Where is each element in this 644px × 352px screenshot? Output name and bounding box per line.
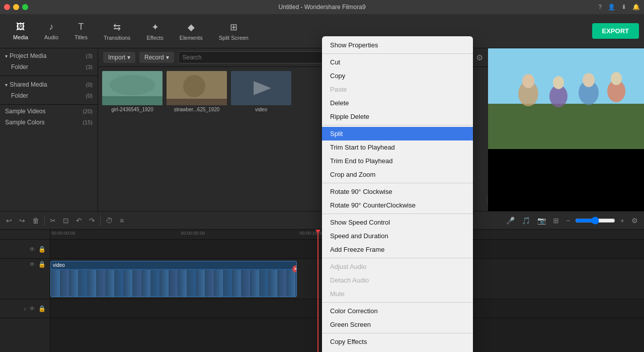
zoom-in-button[interactable]: + [618, 216, 626, 226]
nav-effects[interactable]: ✦ Effects [138, 19, 171, 44]
eye-icon-2[interactable]: 👁 [29, 261, 35, 268]
nav-audio[interactable]: ♪ Audio [36, 19, 66, 43]
shared-media-label: Shared Media [10, 81, 86, 88]
ctx-trim-end[interactable]: Trim End to Playhead [322, 154, 473, 168]
lock-icon-1[interactable]: 🔒 [38, 246, 46, 253]
ctx-cut[interactable]: Cut [322, 55, 473, 69]
maximize-button[interactable] [22, 4, 28, 10]
track-label-1: 👁 🔒 [0, 240, 50, 259]
rotate-ccw-label: Rotate 90° CounterClockwise [330, 201, 416, 209]
ctx-delete[interactable]: Delete [322, 96, 473, 110]
minimize-button[interactable] [13, 4, 19, 10]
close-button[interactable] [4, 4, 10, 10]
shared-media-row[interactable]: ▾ Shared Media (0) [0, 79, 98, 90]
user-icon[interactable]: 👤 [608, 4, 615, 11]
track-label-3: ♪ 👁 🔒 [0, 299, 50, 318]
ctx-speed-duration[interactable]: Speed and Duration [322, 229, 473, 243]
ctx-ripple-delete[interactable]: Ripple Delete [322, 110, 473, 123]
music-icon-3: ♪ [23, 305, 26, 312]
download-icon[interactable]: ⬇ [621, 4, 626, 11]
voiceover-button[interactable]: 🎤 [504, 216, 517, 226]
project-folder-row[interactable]: Folder (3) [0, 61, 98, 73]
ruler-mark-0: 00:00:00:00 [51, 231, 75, 236]
traffic-lights [4, 4, 28, 10]
sample-videos-label: Sample Videos [5, 108, 83, 115]
lock-icon-3[interactable]: 🔒 [38, 305, 46, 312]
ctx-paste-effects: Paste Effects [322, 348, 473, 352]
ctx-copy[interactable]: Copy [322, 69, 473, 83]
shared-folder-row[interactable]: Folder (0) [0, 90, 98, 101]
clip-label: video [51, 261, 296, 269]
nav-transitions[interactable]: ⇆ Transitions [96, 19, 138, 44]
ctx-trim-start[interactable]: Trim Start to Playhead [322, 140, 473, 154]
clip-delete-button[interactable]: ✕ [292, 265, 297, 272]
sample-videos-row[interactable]: Sample Videos (20) [0, 106, 98, 117]
thumbnail-video[interactable]: video [231, 71, 291, 112]
zoom-slider[interactable] [575, 217, 615, 225]
splitscreen-nav-icon: ⊞ [230, 22, 237, 33]
export-button[interactable]: EXPORT [592, 23, 639, 39]
lock-icon-2[interactable]: 🔒 [38, 261, 46, 268]
project-media-row[interactable]: ▾ Project Media (3) [0, 50, 98, 61]
eye-icon-1[interactable]: 👁 [29, 246, 35, 253]
ctx-copy-effects[interactable]: Copy Effects [322, 335, 473, 348]
svg-point-4 [183, 75, 205, 97]
nav-titles-label: Titles [74, 34, 88, 40]
music-button[interactable]: 🎵 [520, 216, 532, 226]
record-button[interactable]: Record ▾ [139, 52, 174, 63]
ctx-mute: Mute [322, 287, 473, 301]
notification-icon[interactable]: 🔔 [632, 4, 640, 11]
ctx-show-properties[interactable]: Show Properties [322, 38, 473, 52]
video-clip[interactable]: video ✕ [50, 261, 297, 297]
ctx-green-screen[interactable]: Green Screen [322, 318, 473, 331]
ctx-adjust-audio: Adjust Audio [322, 260, 473, 273]
import-button[interactable]: Import ▾ [103, 52, 135, 63]
window-title: Untitled - Wondershare Filmora9 [278, 4, 365, 11]
undo2-button[interactable]: ↶ [74, 216, 84, 226]
thumbnail-video-image [231, 71, 291, 105]
nav-splitscreen[interactable]: ⊞ Split Screen [211, 19, 257, 44]
delete-clip-button[interactable]: 🗑 [30, 216, 41, 226]
collapse-panel-button[interactable]: ◀ [487, 194, 488, 206]
nav-elements[interactable]: ◆ Elements [172, 19, 211, 44]
filter-icon[interactable]: ⚙ [476, 53, 483, 62]
ctx-show-speed[interactable]: Show Speed Control [322, 216, 473, 229]
ctx-split[interactable]: Split [322, 127, 473, 140]
thumbnail-straw[interactable]: strawber...625_1920 [167, 71, 227, 112]
eye-icon-3[interactable]: 👁 [29, 305, 35, 312]
ctx-rotate-cw[interactable]: Rotate 90° Clockwise [322, 185, 473, 198]
audio-tool[interactable]: ≡ [118, 216, 126, 226]
settings-button[interactable]: ⚙ [629, 216, 640, 226]
thumbnail-straw-image [167, 71, 227, 105]
shared-folder-label: Folder [11, 92, 86, 99]
nav-elements-label: Elements [180, 35, 203, 41]
thumbnail-girl[interactable]: girl-2436545_1920 [102, 71, 163, 112]
nav-titles[interactable]: T Titles [66, 19, 96, 43]
redo-button[interactable]: ↪ [17, 216, 27, 226]
expand-arrow: ▾ [5, 53, 8, 59]
sample-colors-row[interactable]: Sample Colors (15) [0, 117, 98, 128]
ctx-freeze-frame[interactable]: Add Freeze Frame [322, 243, 473, 256]
zoom-out-button[interactable]: − [564, 216, 572, 226]
cut-tool[interactable]: ✂ [48, 216, 58, 226]
nav-media[interactable]: 🖼 Media [5, 19, 36, 43]
show-properties-label: Show Properties [330, 41, 378, 49]
svg-point-16 [583, 73, 595, 87]
ctx-rotate-ccw[interactable]: Rotate 90° CounterClockwise [322, 198, 473, 212]
help-icon[interactable]: ? [598, 4, 602, 11]
paste-label: Paste [330, 86, 347, 93]
pip-button[interactable]: ⊞ [551, 216, 561, 226]
undo-button[interactable]: ↩ [4, 216, 14, 226]
snapshot2-button[interactable]: 📷 [535, 216, 548, 226]
speed-button[interactable]: ⏱ [104, 216, 115, 226]
context-menu: Show Properties Cut Copy Paste Delete Ri… [322, 36, 473, 352]
redo2-button[interactable]: ↷ [87, 216, 97, 226]
transitions-nav-icon: ⇆ [113, 22, 121, 33]
ctx-color-correction[interactable]: Color Correction [322, 304, 473, 318]
svg-point-1 [110, 75, 155, 95]
crop-tool[interactable]: ⊡ [61, 216, 71, 226]
titlebar-icons: ? 👤 ⬇ 🔔 [598, 4, 640, 11]
playhead[interactable] [317, 230, 318, 352]
ctx-crop-zoom[interactable]: Crop and Zoom [322, 168, 473, 181]
color-correction-label: Color Correction [330, 307, 378, 315]
